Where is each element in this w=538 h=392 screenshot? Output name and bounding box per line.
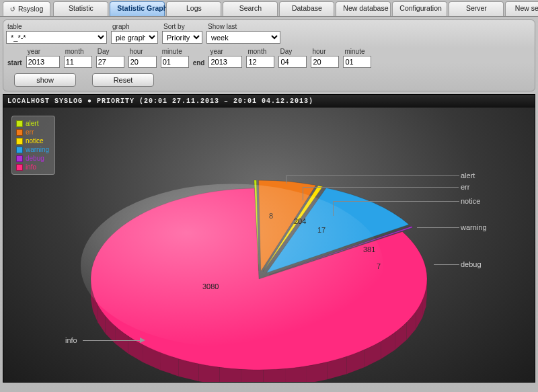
label-showlast: Show last <box>206 23 280 30</box>
callout-debug: debug <box>461 260 482 268</box>
callout-err: err <box>461 183 469 191</box>
input-start-hour[interactable] <box>128 56 157 68</box>
app-tab-rsyslog[interactable]: ↻ Rsyslog <box>3 1 50 16</box>
svg-point-0 <box>81 184 383 348</box>
input-end-year[interactable] <box>208 56 242 68</box>
input-end-day[interactable] <box>278 56 307 68</box>
chart-panel: LOCALHOST SYSLOG ● PRIORITY (20:01 27.11… <box>3 94 535 383</box>
slice-value-alert: 8 <box>269 212 273 220</box>
label-end-year: year <box>208 48 242 55</box>
tab-strip: ↻ Rsyslog Statistic Statistic Graph Logs… <box>0 0 538 17</box>
leader-line <box>286 175 286 184</box>
label-start-year: year <box>26 48 60 55</box>
tab-new-database[interactable]: New database <box>336 1 391 16</box>
callout-warning: warning <box>461 223 487 231</box>
tab-database[interactable]: Database <box>279 1 334 16</box>
leader-line <box>434 264 459 265</box>
label-sortby: Sort by <box>162 23 202 30</box>
select-table[interactable]: *_*-* <box>6 31 107 44</box>
callout-notice: notice <box>461 197 480 205</box>
reset-button[interactable]: Reset <box>92 73 154 87</box>
tab-statistic[interactable]: Statistic <box>53 1 108 16</box>
chart-title: LOCALHOST SYSLOG ● PRIORITY (20:01 27.11… <box>3 95 535 108</box>
tab-logs[interactable]: Logs <box>166 1 221 16</box>
select-sortby[interactable]: Priority <box>162 31 202 44</box>
label-end: end <box>193 59 205 68</box>
callout-info: info <box>65 336 77 344</box>
label-end-hour: hour <box>311 48 339 55</box>
slice-value-warning: 381 <box>363 245 375 253</box>
slice-value-debug: 7 <box>377 262 381 270</box>
input-end-minute[interactable] <box>343 56 371 68</box>
input-start-minute[interactable] <box>161 56 189 68</box>
leader-line <box>303 187 459 188</box>
slice-value-err: 204 <box>294 217 306 225</box>
input-start-month[interactable] <box>64 56 92 68</box>
slice-value-info: 3080 <box>202 282 219 290</box>
select-showlast[interactable]: week <box>206 31 280 44</box>
leader-line <box>83 340 140 341</box>
leader-line <box>417 227 459 228</box>
arrow-icon <box>140 338 145 343</box>
label-end-day: Day <box>278 48 307 55</box>
label-start-hour: hour <box>128 48 157 55</box>
tab-statistic-graph[interactable]: Statistic Graph <box>110 1 165 16</box>
filter-panel: table *_*-* graph pie graph Sort by Prio… <box>3 19 535 91</box>
input-start-year[interactable] <box>26 56 60 68</box>
label-start-day: Day <box>96 48 124 55</box>
app-tab-label: Rsyslog <box>18 4 43 14</box>
label-end-month: month <box>246 48 274 55</box>
label-start-month: month <box>64 48 92 55</box>
pie-chart <box>3 108 528 382</box>
slice-value-notice: 17 <box>317 226 325 234</box>
callout-alert: alert <box>461 171 475 180</box>
tab-configuration[interactable]: Configuration <box>392 1 447 16</box>
leader-line <box>286 175 459 176</box>
tab-new-server[interactable]: New server <box>505 1 538 16</box>
input-end-hour[interactable] <box>311 56 339 68</box>
input-start-day[interactable] <box>96 56 124 68</box>
input-end-month[interactable] <box>246 56 274 68</box>
chart-body: alert err notice warning debug info 8 20… <box>3 108 535 382</box>
label-end-minute: minute <box>343 48 371 55</box>
label-table: table <box>6 23 107 30</box>
label-start: start <box>7 59 22 68</box>
refresh-icon: ↻ <box>10 4 15 14</box>
leader-line <box>333 201 459 202</box>
label-graph: graph <box>111 23 158 30</box>
show-button[interactable]: show <box>14 73 76 87</box>
tab-server[interactable]: Server <box>449 1 504 16</box>
select-graph[interactable]: pie graph <box>111 31 158 44</box>
label-start-minute: minute <box>161 48 189 55</box>
leader-line <box>333 201 334 216</box>
leader-line <box>303 187 303 200</box>
tab-search[interactable]: Search <box>223 1 278 16</box>
